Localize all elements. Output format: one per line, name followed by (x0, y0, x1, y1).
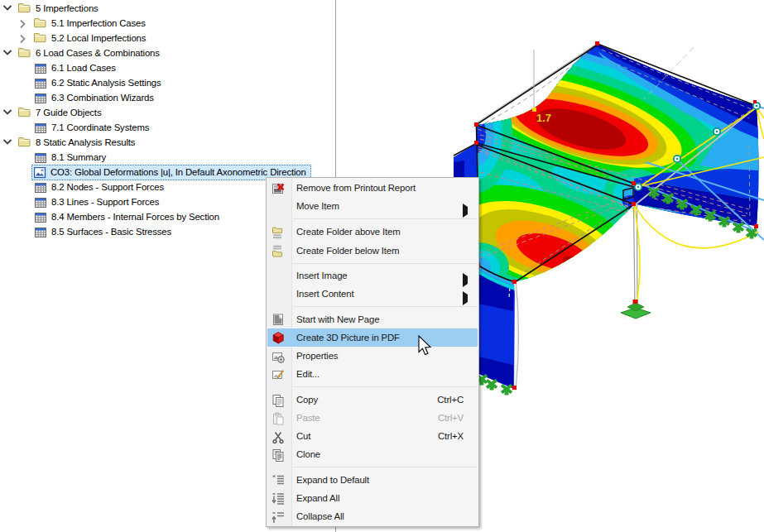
svg-text:1.7: 1.7 (536, 112, 551, 124)
